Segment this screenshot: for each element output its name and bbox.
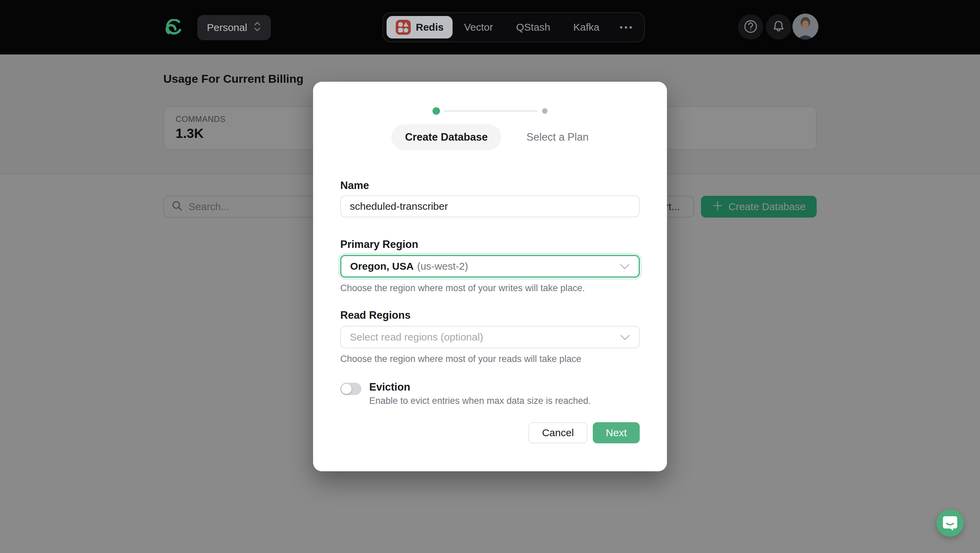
redis-icon [395,19,411,35]
read-regions-select[interactable]: Select read regions (optional) [340,326,640,348]
modal-actions: Cancel Next [528,422,640,443]
primary-region-code: (us-west-2) [417,260,468,272]
eviction-helper: Enable to evict entries when max data si… [369,396,591,406]
name-label: Name [340,180,369,192]
chevron-down-icon [620,331,630,343]
org-switcher[interactable]: Personal [197,15,271,40]
chevron-updown-icon [253,21,261,35]
tab-redis[interactable]: Redis [387,16,453,38]
eviction-label: Eviction [369,381,410,393]
toggle-knob [341,384,352,394]
product-nav: Redis Vector QStash Kafka [382,12,645,42]
eviction-toggle[interactable] [340,383,361,395]
step-2-dot [542,108,547,114]
cancel-button[interactable]: Cancel [528,422,587,443]
help-icon [743,19,758,35]
upstash-logo-icon [165,19,182,36]
read-regions-placeholder: Select read regions (optional) [350,331,483,343]
next-button[interactable]: Next [593,422,640,443]
tab-vector[interactable]: Vector [453,16,504,38]
org-switcher-label: Personal [207,22,247,33]
tab-kafka[interactable]: Kafka [562,16,611,38]
tab-vector-label: Vector [464,21,493,33]
tab-qstash-label: QStash [516,21,550,33]
user-photo [792,35,818,40]
top-nav: Personal Redis Vector QStash [0,0,980,54]
tab-redis-label: Redis [416,21,444,33]
read-regions-label: Read Regions [340,309,411,322]
primary-region-select[interactable]: Oregon, USA (us-west-2) [340,255,640,277]
primary-region-value: Oregon, USA [350,260,414,272]
chevron-down-icon [620,260,630,272]
ellipsis-icon [620,26,622,29]
tab-create-database[interactable]: Create Database [391,124,501,150]
chat-bubble-icon [942,515,958,532]
tab-kafka-label: Kafka [573,21,600,33]
nav-more-button[interactable] [611,16,641,38]
primary-region-label: Primary Region [340,238,418,251]
modal-tabs: Create Database Select a Plan [313,124,667,150]
primary-region-helper: Choose the region where most of your wri… [340,283,585,293]
tab-select-plan[interactable]: Select a Plan [527,131,589,143]
tab-qstash[interactable]: QStash [504,16,562,38]
database-name-input[interactable] [340,196,640,217]
read-regions-helper: Choose the region where most of your rea… [340,354,581,364]
chat-launcher[interactable] [937,509,964,537]
wizard-stepper [313,107,667,115]
create-database-modal: Create Database Select a Plan Name Prima… [313,82,667,471]
user-avatar[interactable] [792,14,818,40]
stepper-track [444,110,538,112]
help-button[interactable] [738,14,763,40]
bell-icon [771,19,786,35]
notifications-button[interactable] [766,14,791,40]
step-1-dot [433,107,440,115]
